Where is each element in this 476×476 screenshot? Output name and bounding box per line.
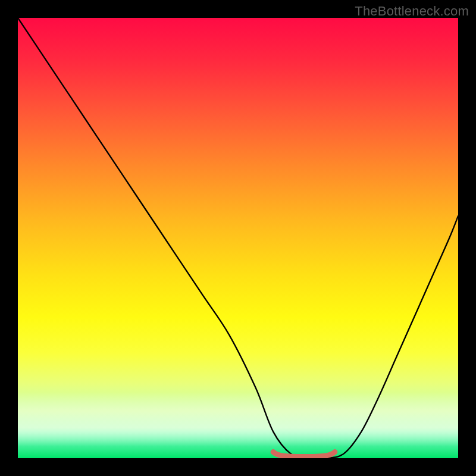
plot-area: [18, 18, 458, 458]
bottleneck-curve: [18, 18, 458, 458]
marker-segment: [273, 452, 335, 457]
watermark-text: TheBottleneck.com: [355, 4, 469, 19]
chart-overlay: [18, 18, 458, 458]
chart-frame: TheBottleneck.com: [0, 0, 476, 476]
